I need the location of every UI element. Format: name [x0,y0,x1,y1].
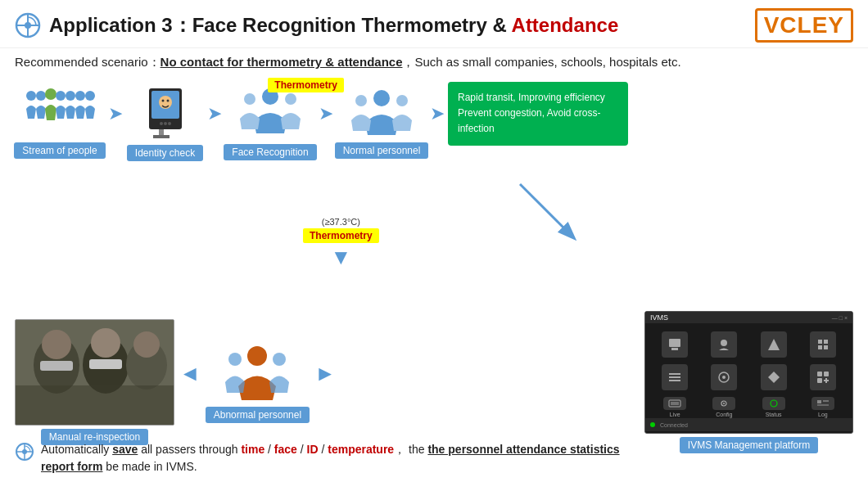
footer-slash2: / [297,443,307,456]
svg-point-17 [166,99,169,101]
svg-point-63 [723,403,725,404]
svg-rect-67 [817,404,829,406]
green-line1: Rapid transit, Improving efficiency [458,90,618,106]
footer: Automatically save all passers through t… [15,441,853,475]
svg-rect-50 [669,376,680,378]
svg-point-22 [244,93,255,105]
ivms-icon-2 [703,331,745,358]
footer-auto: Automatically [41,443,112,456]
face-rec-label: Face Recognition [224,144,316,160]
footer-slash1: / [264,443,274,456]
ivms-title-text: IVMS [650,313,668,322]
footer-time: time [241,443,264,456]
ivms-box: IVMS — □ × [644,311,853,434]
footer-save: save [112,443,138,456]
title-mid: Face Recognition Thermometry & [192,14,512,36]
svg-point-8 [66,91,75,101]
thermo-badge-bottom: Thermometry [303,228,379,243]
stream-people-icon [23,86,97,139]
identity-label: Identity check [127,145,203,161]
ivms-icon-7 [753,364,795,390]
footer-stats: the personnel attendance statistics [427,443,619,456]
ivms-icon-box-3 [761,331,787,358]
ivms-icon-box-2 [711,331,737,358]
svg-rect-49 [824,345,828,349]
svg-point-26 [396,95,408,106]
abnormal-item: Abnormal personnel [206,341,310,423]
ivms-icon-9: Live [653,397,696,417]
thermo-badge-top: Thermometry [268,78,344,92]
normal-item: Normal personnel [337,86,427,159]
ivms-icon-4 [802,331,844,358]
ivms-icon-box-11 [762,397,785,410]
footer-text: Automatically save all passers through t… [41,441,853,475]
ivms-label-status: Status [766,412,782,417]
svg-point-39 [247,346,267,366]
app-icon [15,12,41,38]
ivms-icon-box-10 [712,397,735,410]
footer-id: ID [307,443,319,456]
ivms-icon-11: Status [753,397,795,417]
footer-temp: temperature [328,443,394,456]
ivms-icon-box-9 [663,397,686,410]
svg-rect-43 [671,348,678,350]
title-accent: Attendance [512,14,619,36]
svg-rect-61 [671,402,679,405]
ivms-icon-6 [703,364,745,390]
right-arrow: ► [314,361,336,386]
ivms-icon-1 [653,331,696,358]
diagonal-arrow [516,180,581,246]
footer-face: face [274,443,297,456]
stream-label: Stream of people [14,142,105,159]
svg-rect-55 [817,372,822,376]
identity-item: Identity check [126,84,204,161]
svg-rect-56 [824,372,829,376]
svg-point-41 [273,353,286,366]
svg-rect-48 [818,345,822,349]
svg-point-6 [45,88,57,100]
arrow4: ➤ [430,103,445,124]
ivms-bottom-text: Connected [660,422,688,428]
svg-rect-38 [16,385,174,426]
down-arrow-area: (≥37.3°C) Thermometry ▼ [303,217,379,270]
svg-point-44 [721,340,727,346]
ivms-label-live: Live [670,412,680,417]
photo-box [15,319,174,426]
flow-bottom-row: Manual re-inspection ◄ Abnormal personne… [15,311,853,453]
svg-rect-47 [824,340,828,344]
ivms-header: IVMS — □ × [645,312,852,323]
scenario-label: Recommended scenario： [15,55,160,69]
ivms-icon-8 [802,364,844,390]
footer-slash3: / [319,443,328,456]
svg-point-23 [285,93,296,105]
svg-point-18 [160,122,163,125]
svg-point-9 [75,91,85,101]
abnormal-people-icon [220,341,294,407]
arrow3: ➤ [319,103,333,124]
footer-icon [15,442,34,462]
ivms-icon-box-1 [662,331,688,358]
ivms-icon-12: Log [802,397,844,417]
svg-point-64 [771,400,777,407]
face-rec-item: Thermometry Face Recognition [225,84,315,160]
svg-point-19 [164,122,167,125]
temp-text: (≥37.3°C) [322,217,360,227]
flow-top-row: Stream of people ➤ [15,82,853,164]
ivms-icon-box-8 [810,364,836,390]
arrow1: ➤ [108,103,123,124]
ivms-icon-box-4 [810,331,836,358]
photo-image [16,320,174,426]
svg-point-54 [722,376,726,379]
svg-point-20 [168,122,171,125]
footer-mid: all passers through [138,443,241,456]
down-arrow: ▼ [330,245,351,270]
svg-rect-46 [818,340,822,344]
svg-rect-66 [823,400,829,402]
title-prefix: Application 3： [49,14,192,36]
svg-rect-51 [669,373,680,375]
ivms-icon-10: Config [703,397,745,417]
ivms-label-log: Log [818,412,828,417]
svg-point-4 [26,91,36,101]
svg-point-71 [22,449,27,454]
device-icon [141,84,190,142]
